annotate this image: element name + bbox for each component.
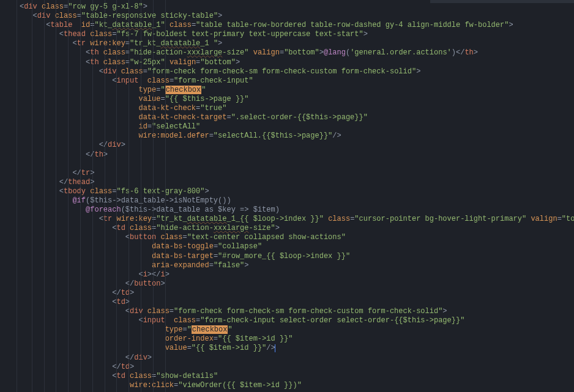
code-line[interactable]: value="{{ $this->page }}"	[17, 95, 574, 104]
code-line[interactable]: data-bs-target="#row_more_{{ $loop->inde…	[17, 252, 574, 261]
code-line[interactable]: </div>	[17, 353, 574, 363]
line-number-gutter	[0, 0, 17, 392]
code-line[interactable]: <i></i>	[17, 270, 574, 279]
code-line[interactable]: <thead class="fs-7 fw-boldest text-prima…	[17, 30, 574, 39]
code-line[interactable]: type="checkbox"	[17, 86, 574, 95]
code-content[interactable]: <div class="row gy-5 g-xl-8"> <div class…	[17, 0, 574, 392]
code-line[interactable]: <th class="w-25px" valign="bottom">	[17, 58, 574, 67]
code-line[interactable]	[17, 160, 574, 169]
code-line[interactable]: </div>	[17, 141, 574, 150]
code-line[interactable]: </tr>	[17, 169, 574, 178]
code-line[interactable]: </th>	[17, 150, 574, 160]
code-line[interactable]: <div class="form-check form-check-sm for…	[17, 307, 574, 316]
text-cursor	[275, 344, 275, 352]
code-line[interactable]: wire:model.defer="selectAll.{{$this->pag…	[17, 131, 574, 141]
code-line[interactable]: <input class="form-check-input"	[17, 76, 574, 86]
code-line[interactable]: <div class="table-responsive sticky-tabl…	[17, 12, 574, 21]
code-line[interactable]: </thead>	[17, 178, 574, 187]
code-line[interactable]: data-bs-toggle="collapse"	[17, 242, 574, 251]
code-line[interactable]: @foreach($this->data_table as $key => $i…	[17, 205, 574, 215]
code-line[interactable]: data-kt-check="true"	[17, 104, 574, 113]
code-line[interactable]: @if($this->data_table->isNotEmpty())	[17, 196, 574, 205]
code-line[interactable]: <td class="show-details"	[17, 372, 574, 381]
code-line[interactable]: type="checkbox"	[17, 325, 574, 335]
code-line[interactable]: <tr wire:key="tr_kt_datatable_1_{{ $loop…	[17, 215, 574, 224]
code-line[interactable]: <button class="text-center collapsed sho…	[17, 233, 574, 242]
code-editor[interactable]: <div class="row gy-5 g-xl-8"> <div class…	[0, 0, 574, 392]
code-line[interactable]: data-kt-check-target=".select-order-{{$t…	[17, 113, 574, 122]
code-line[interactable]: order-index="{{ $item->id }}"	[17, 335, 574, 344]
code-line[interactable]: aria-expanded="false">	[17, 261, 574, 270]
code-line[interactable]: wire:click="viewOrder({{ $item->id }})"	[17, 381, 574, 390]
code-line[interactable]: <input class="form-check-input select-or…	[17, 316, 574, 325]
code-line[interactable]: <tbody class="fs-6 text-gray-800">	[17, 187, 574, 196]
code-line[interactable]: <th class="hide-action-xxxlarge-size" va…	[17, 48, 574, 57]
code-line[interactable]: id="selectAll"	[17, 122, 574, 131]
code-line[interactable]: <td>	[17, 298, 574, 307]
code-line[interactable]: <tr wire:key="tr_kt_datatable_1 ">	[17, 39, 574, 48]
code-line[interactable]: </button>	[17, 279, 574, 289]
code-line[interactable]: <div class="form-check form-check-sm for…	[17, 67, 574, 76]
code-line[interactable]: value="{{ $item->id }}"/>	[17, 344, 574, 353]
code-line[interactable]: <div class="row gy-5 g-xl-8">	[17, 2, 574, 12]
code-line[interactable]: </td>	[17, 363, 574, 372]
code-line[interactable]: <td class="hide-action-xxxlarge-size">	[17, 224, 574, 233]
code-line[interactable]: </td>	[17, 289, 574, 298]
code-line[interactable]: <table id="kt_datatable_1" class="table …	[17, 21, 574, 30]
